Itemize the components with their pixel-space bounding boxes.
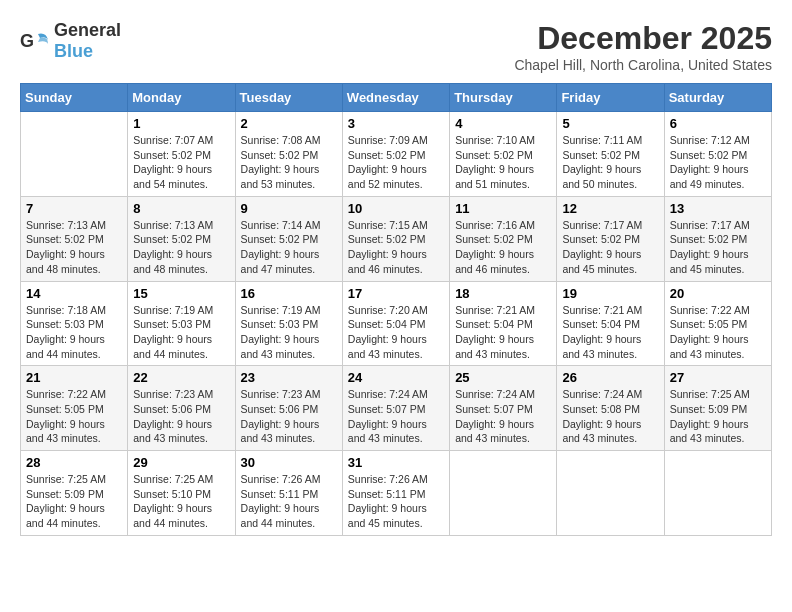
day-number: 20	[670, 286, 766, 301]
day-info: Sunrise: 7:20 AMSunset: 5:04 PMDaylight:…	[348, 303, 444, 362]
calendar-cell: 12Sunrise: 7:17 AMSunset: 5:02 PMDayligh…	[557, 196, 664, 281]
calendar-cell: 27Sunrise: 7:25 AMSunset: 5:09 PMDayligh…	[664, 366, 771, 451]
logo-icon: G	[20, 30, 50, 52]
day-info: Sunrise: 7:22 AMSunset: 5:05 PMDaylight:…	[26, 387, 122, 446]
day-number: 8	[133, 201, 229, 216]
calendar-cell: 5Sunrise: 7:11 AMSunset: 5:02 PMDaylight…	[557, 112, 664, 197]
svg-text:G: G	[20, 31, 34, 51]
weekday-header: Thursday	[450, 84, 557, 112]
calendar-cell: 7Sunrise: 7:13 AMSunset: 5:02 PMDaylight…	[21, 196, 128, 281]
calendar-week-row: 1Sunrise: 7:07 AMSunset: 5:02 PMDaylight…	[21, 112, 772, 197]
calendar-cell: 2Sunrise: 7:08 AMSunset: 5:02 PMDaylight…	[235, 112, 342, 197]
day-number: 6	[670, 116, 766, 131]
day-number: 25	[455, 370, 551, 385]
calendar-cell: 11Sunrise: 7:16 AMSunset: 5:02 PMDayligh…	[450, 196, 557, 281]
day-info: Sunrise: 7:17 AMSunset: 5:02 PMDaylight:…	[670, 218, 766, 277]
calendar-week-row: 14Sunrise: 7:18 AMSunset: 5:03 PMDayligh…	[21, 281, 772, 366]
calendar-cell: 29Sunrise: 7:25 AMSunset: 5:10 PMDayligh…	[128, 451, 235, 536]
day-number: 19	[562, 286, 658, 301]
day-info: Sunrise: 7:09 AMSunset: 5:02 PMDaylight:…	[348, 133, 444, 192]
day-info: Sunrise: 7:24 AMSunset: 5:07 PMDaylight:…	[348, 387, 444, 446]
logo-blue: Blue	[54, 41, 93, 61]
day-info: Sunrise: 7:26 AMSunset: 5:11 PMDaylight:…	[348, 472, 444, 531]
day-info: Sunrise: 7:07 AMSunset: 5:02 PMDaylight:…	[133, 133, 229, 192]
day-info: Sunrise: 7:22 AMSunset: 5:05 PMDaylight:…	[670, 303, 766, 362]
weekday-row: SundayMondayTuesdayWednesdayThursdayFrid…	[21, 84, 772, 112]
day-number: 31	[348, 455, 444, 470]
day-info: Sunrise: 7:24 AMSunset: 5:08 PMDaylight:…	[562, 387, 658, 446]
day-info: Sunrise: 7:15 AMSunset: 5:02 PMDaylight:…	[348, 218, 444, 277]
weekday-header: Sunday	[21, 84, 128, 112]
calendar-cell: 20Sunrise: 7:22 AMSunset: 5:05 PMDayligh…	[664, 281, 771, 366]
calendar-cell: 14Sunrise: 7:18 AMSunset: 5:03 PMDayligh…	[21, 281, 128, 366]
day-number: 27	[670, 370, 766, 385]
day-number: 10	[348, 201, 444, 216]
day-info: Sunrise: 7:13 AMSunset: 5:02 PMDaylight:…	[133, 218, 229, 277]
day-number: 14	[26, 286, 122, 301]
day-number: 30	[241, 455, 337, 470]
calendar-cell	[557, 451, 664, 536]
calendar-cell: 19Sunrise: 7:21 AMSunset: 5:04 PMDayligh…	[557, 281, 664, 366]
calendar-cell: 3Sunrise: 7:09 AMSunset: 5:02 PMDaylight…	[342, 112, 449, 197]
day-number: 15	[133, 286, 229, 301]
day-info: Sunrise: 7:23 AMSunset: 5:06 PMDaylight:…	[241, 387, 337, 446]
calendar-cell: 31Sunrise: 7:26 AMSunset: 5:11 PMDayligh…	[342, 451, 449, 536]
calendar-cell: 15Sunrise: 7:19 AMSunset: 5:03 PMDayligh…	[128, 281, 235, 366]
day-info: Sunrise: 7:11 AMSunset: 5:02 PMDaylight:…	[562, 133, 658, 192]
calendar-cell: 30Sunrise: 7:26 AMSunset: 5:11 PMDayligh…	[235, 451, 342, 536]
weekday-header: Tuesday	[235, 84, 342, 112]
calendar-cell: 9Sunrise: 7:14 AMSunset: 5:02 PMDaylight…	[235, 196, 342, 281]
calendar-cell: 10Sunrise: 7:15 AMSunset: 5:02 PMDayligh…	[342, 196, 449, 281]
calendar-cell: 6Sunrise: 7:12 AMSunset: 5:02 PMDaylight…	[664, 112, 771, 197]
calendar-week-row: 21Sunrise: 7:22 AMSunset: 5:05 PMDayligh…	[21, 366, 772, 451]
day-number: 17	[348, 286, 444, 301]
day-info: Sunrise: 7:18 AMSunset: 5:03 PMDaylight:…	[26, 303, 122, 362]
day-number: 9	[241, 201, 337, 216]
weekday-header: Monday	[128, 84, 235, 112]
day-number: 13	[670, 201, 766, 216]
calendar-header: SundayMondayTuesdayWednesdayThursdayFrid…	[21, 84, 772, 112]
calendar-cell: 26Sunrise: 7:24 AMSunset: 5:08 PMDayligh…	[557, 366, 664, 451]
logo-general: General	[54, 20, 121, 40]
calendar-week-row: 7Sunrise: 7:13 AMSunset: 5:02 PMDaylight…	[21, 196, 772, 281]
day-info: Sunrise: 7:26 AMSunset: 5:11 PMDaylight:…	[241, 472, 337, 531]
day-info: Sunrise: 7:21 AMSunset: 5:04 PMDaylight:…	[455, 303, 551, 362]
weekday-header: Wednesday	[342, 84, 449, 112]
day-number: 3	[348, 116, 444, 131]
day-info: Sunrise: 7:08 AMSunset: 5:02 PMDaylight:…	[241, 133, 337, 192]
calendar-cell	[450, 451, 557, 536]
day-number: 7	[26, 201, 122, 216]
day-info: Sunrise: 7:14 AMSunset: 5:02 PMDaylight:…	[241, 218, 337, 277]
day-number: 2	[241, 116, 337, 131]
calendar-cell	[664, 451, 771, 536]
day-number: 1	[133, 116, 229, 131]
day-number: 11	[455, 201, 551, 216]
day-number: 24	[348, 370, 444, 385]
calendar-cell: 8Sunrise: 7:13 AMSunset: 5:02 PMDaylight…	[128, 196, 235, 281]
day-info: Sunrise: 7:21 AMSunset: 5:04 PMDaylight:…	[562, 303, 658, 362]
calendar-cell	[21, 112, 128, 197]
day-info: Sunrise: 7:25 AMSunset: 5:09 PMDaylight:…	[26, 472, 122, 531]
day-info: Sunrise: 7:10 AMSunset: 5:02 PMDaylight:…	[455, 133, 551, 192]
calendar-cell: 23Sunrise: 7:23 AMSunset: 5:06 PMDayligh…	[235, 366, 342, 451]
calendar-table: SundayMondayTuesdayWednesdayThursdayFrid…	[20, 83, 772, 536]
calendar-cell: 22Sunrise: 7:23 AMSunset: 5:06 PMDayligh…	[128, 366, 235, 451]
day-number: 28	[26, 455, 122, 470]
day-info: Sunrise: 7:25 AMSunset: 5:10 PMDaylight:…	[133, 472, 229, 531]
day-number: 18	[455, 286, 551, 301]
calendar-cell: 21Sunrise: 7:22 AMSunset: 5:05 PMDayligh…	[21, 366, 128, 451]
logo: G General Blue	[20, 20, 121, 62]
month-title: December 2025	[514, 20, 772, 57]
day-info: Sunrise: 7:19 AMSunset: 5:03 PMDaylight:…	[133, 303, 229, 362]
day-info: Sunrise: 7:25 AMSunset: 5:09 PMDaylight:…	[670, 387, 766, 446]
day-number: 21	[26, 370, 122, 385]
weekday-header: Saturday	[664, 84, 771, 112]
day-number: 26	[562, 370, 658, 385]
title-block: December 2025 Chapel Hill, North Carolin…	[514, 20, 772, 73]
calendar-cell: 17Sunrise: 7:20 AMSunset: 5:04 PMDayligh…	[342, 281, 449, 366]
page-header: G General Blue December 2025 Chapel Hill…	[20, 20, 772, 73]
calendar-cell: 13Sunrise: 7:17 AMSunset: 5:02 PMDayligh…	[664, 196, 771, 281]
calendar-cell: 18Sunrise: 7:21 AMSunset: 5:04 PMDayligh…	[450, 281, 557, 366]
calendar-cell: 25Sunrise: 7:24 AMSunset: 5:07 PMDayligh…	[450, 366, 557, 451]
calendar-cell: 24Sunrise: 7:24 AMSunset: 5:07 PMDayligh…	[342, 366, 449, 451]
